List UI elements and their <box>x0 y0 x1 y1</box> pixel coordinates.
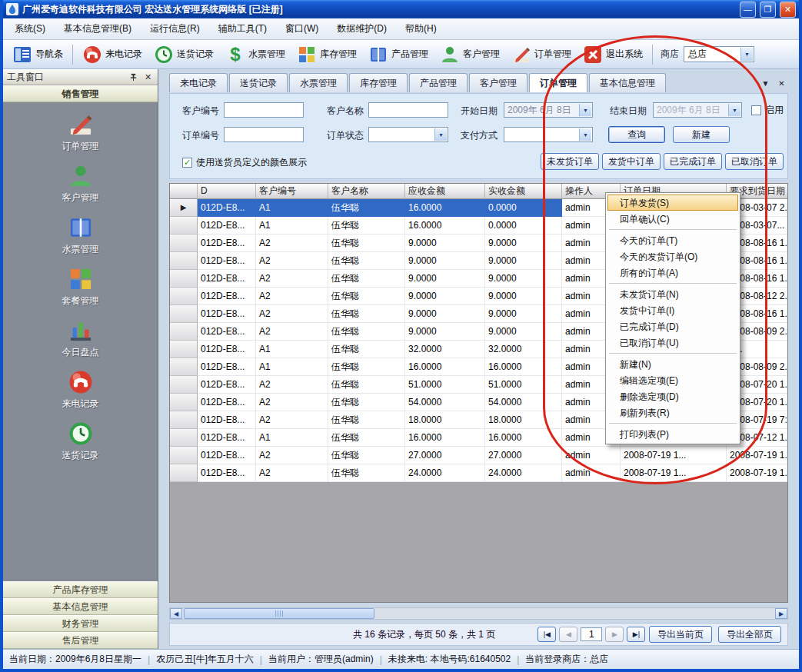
customer-no-input[interactable] <box>224 102 304 118</box>
color-display-checkbox[interactable]: ✓ 使用送货员定义的颜色展示 <box>182 156 307 169</box>
sidebar-item-5[interactable]: 今日盘点 <box>3 318 158 359</box>
sidebar-group-4[interactable]: 售后管理 <box>3 632 158 649</box>
tab-7[interactable]: 订单管理 <box>529 73 587 92</box>
close-button[interactable]: ✕ <box>780 2 796 18</box>
sidebar-group-1[interactable]: 产品库存管理 <box>3 581 158 598</box>
toolbar-button-5[interactable]: 库存管理 <box>292 42 361 67</box>
context-menu-item-11[interactable]: 已取消订单(U) <box>607 334 738 351</box>
sidebar-group-3[interactable]: 财务管理 <box>3 615 158 632</box>
last-page-button[interactable]: ▶| <box>627 627 645 642</box>
menu-item-4[interactable]: 辅助工具(T) <box>210 19 275 38</box>
scrollbar-track[interactable] <box>182 608 775 619</box>
context-menu-item-6[interactable]: 所有的订单(A) <box>607 264 738 281</box>
tab-5[interactable]: 产品管理 <box>409 73 468 92</box>
tab-6[interactable]: 客户管理 <box>469 73 527 92</box>
menu-item-2[interactable]: 基本信息管理(B) <box>55 19 140 38</box>
chevron-down-icon[interactable]: ▼ <box>728 104 740 116</box>
menu-item-5[interactable]: 窗口(W) <box>277 19 327 38</box>
tab-1[interactable]: 来电记录 <box>169 73 228 92</box>
chevron-down-icon[interactable]: ▼ <box>740 48 753 61</box>
context-menu-item-4[interactable]: 今天的订单(T) <box>607 232 738 248</box>
store-label: 商店 <box>661 48 679 61</box>
toolbar-button-4[interactable]: $水票管理 <box>221 42 290 67</box>
table-cell: 012D-E8... <box>198 358 256 376</box>
menu-item-7[interactable]: 帮助(H) <box>397 19 445 38</box>
export-current-page-button[interactable]: 导出当前页 <box>649 626 712 643</box>
menu-item-1[interactable]: 系统(S) <box>6 19 54 38</box>
context-menu-item-14[interactable]: 编辑选定项(E) <box>607 372 738 388</box>
order-status-select[interactable]: ▼ <box>368 127 448 142</box>
context-menu-item-18[interactable]: 打印列表(P) <box>607 426 738 442</box>
menu-item-3[interactable]: 运行信息(R) <box>141 19 208 38</box>
chevron-down-icon[interactable]: ▼ <box>434 128 447 141</box>
table-row[interactable]: 012D-E8...A2伍华聪24.000024.0000admin2008-0… <box>170 464 787 482</box>
horizontal-scrollbar[interactable]: ◀ ▶ <box>169 607 788 620</box>
toolbar-button-3[interactable]: 送货记录 <box>149 42 218 67</box>
sidebar-item-2[interactable]: 客户管理 <box>3 163 158 205</box>
query-button[interactable]: 查询 <box>608 126 665 143</box>
grid-column-header-4[interactable]: 应收金额 <box>405 184 485 199</box>
context-menu-item-16[interactable]: 刷新列表(R) <box>607 404 738 421</box>
status-filter-button-3[interactable]: 已完成订单 <box>664 153 722 170</box>
scroll-left-icon[interactable]: ◀ <box>170 608 182 619</box>
chevron-down-icon[interactable]: ▼ <box>579 104 591 116</box>
context-menu-item-1[interactable]: 订单发货(S) <box>607 195 738 211</box>
maximize-button[interactable]: ❐ <box>760 2 776 18</box>
tab-2[interactable]: 送货记录 <box>229 73 288 92</box>
table-row[interactable]: 012D-E8...A2伍华聪27.000027.0000admin2008-0… <box>170 447 787 464</box>
sidebar-item-3[interactable]: 水票管理 <box>3 215 158 256</box>
pay-method-select[interactable]: ▼ <box>504 127 593 142</box>
sidebar-item-1[interactable]: 订单管理 <box>3 111 158 153</box>
context-menu-item-10[interactable]: 已完成订单(D) <box>607 318 738 334</box>
toolbar-button-2[interactable]: 来电记录 <box>78 42 147 67</box>
checkbox-checked-icon[interactable]: ✓ <box>182 158 192 168</box>
sidebar-item-6[interactable]: 来电记录 <box>3 369 158 411</box>
status-filter-button-4[interactable]: 已取消订单 <box>725 153 784 170</box>
chevron-down-icon[interactable]: ▼ <box>579 128 591 141</box>
sidebar-item-7[interactable]: 送货记录 <box>3 421 158 462</box>
tab-3[interactable]: 水票管理 <box>289 73 348 92</box>
grid-column-header-2[interactable]: 客户编号 <box>256 184 328 199</box>
tab-4[interactable]: 库存管理 <box>349 73 408 92</box>
context-menu-item-9[interactable]: 发货中订单(I) <box>607 302 738 318</box>
start-date-picker[interactable]: 2009年 6月 8日 ▼ <box>504 102 593 118</box>
sidebar-item-4[interactable]: 套餐管理 <box>3 266 158 308</box>
sidebar-group-2[interactable]: 基本信息管理 <box>3 598 158 615</box>
minimize-button[interactable]: — <box>740 2 756 18</box>
toolbar-button-9[interactable]: 退出系统 <box>578 42 647 67</box>
pin-icon[interactable] <box>128 72 139 83</box>
status-filter-button-1[interactable]: 未发货订单 <box>541 153 599 170</box>
page-number-input[interactable] <box>581 627 602 641</box>
checkbox-unchecked-icon[interactable] <box>751 105 761 115</box>
status-filter-button-2[interactable]: 发货中订单 <box>602 153 661 170</box>
sidebar-section-header[interactable]: 销售管理 <box>3 85 158 102</box>
store-select[interactable]: 总店 ▼ <box>684 46 754 62</box>
scrollbar-thumb[interactable] <box>184 608 374 619</box>
context-menu-item-15[interactable]: 删除选定项(D) <box>607 388 738 404</box>
tab-8[interactable]: 基本信息管理 <box>589 73 666 92</box>
grid-column-header-3[interactable]: 客户名称 <box>328 184 405 199</box>
grid-column-header-1[interactable]: D <box>198 184 256 199</box>
context-menu-item-5[interactable]: 今天的发货订单(O) <box>607 248 738 264</box>
context-menu-item-2[interactable]: 回单确认(C) <box>607 211 738 227</box>
end-date-picker[interactable]: 2009年 6月 8日 ▼ <box>653 102 742 118</box>
toolbar-button-8[interactable]: 订单管理 <box>507 42 576 67</box>
customer-name-input[interactable] <box>368 102 448 118</box>
close-icon[interactable]: ✕ <box>142 72 154 83</box>
toolbar-button-6[interactable]: 产品管理 <box>364 42 433 67</box>
new-button[interactable]: 新建 <box>673 126 730 143</box>
toolbar-button-7[interactable]: 客户管理 <box>435 42 504 67</box>
toolbar-button-1[interactable]: 导航条 <box>8 42 68 67</box>
first-page-button[interactable]: |◀ <box>537 627 556 642</box>
table-cell: 27.0000 <box>405 447 485 464</box>
grid-column-header-5[interactable]: 实收金额 <box>485 184 562 199</box>
enable-date-checkbox[interactable]: 启用 <box>751 104 784 117</box>
tab-list-chevron-icon[interactable]: ▼ <box>759 77 772 89</box>
scroll-right-icon[interactable]: ▶ <box>775 608 787 619</box>
context-menu-item-8[interactable]: 未发货订单(N) <box>607 286 738 302</box>
menu-item-6[interactable]: 数据维护(D) <box>328 19 395 38</box>
export-all-pages-button[interactable]: 导出全部页 <box>718 626 781 643</box>
order-no-input[interactable] <box>224 127 304 142</box>
tab-close-icon[interactable]: ✕ <box>775 77 788 89</box>
context-menu-item-13[interactable]: 新建(N) <box>607 356 738 372</box>
